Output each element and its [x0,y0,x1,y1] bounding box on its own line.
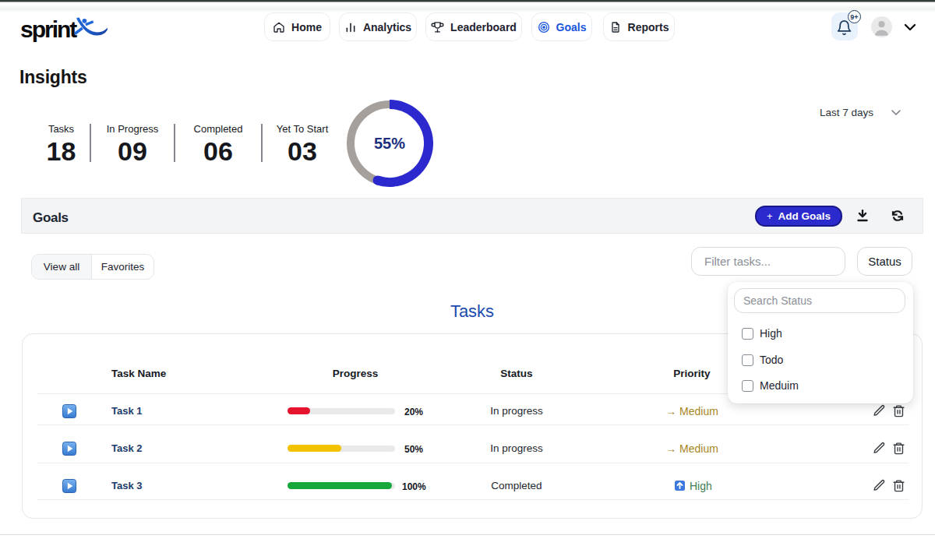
svg-text:55%: 55% [374,135,405,152]
